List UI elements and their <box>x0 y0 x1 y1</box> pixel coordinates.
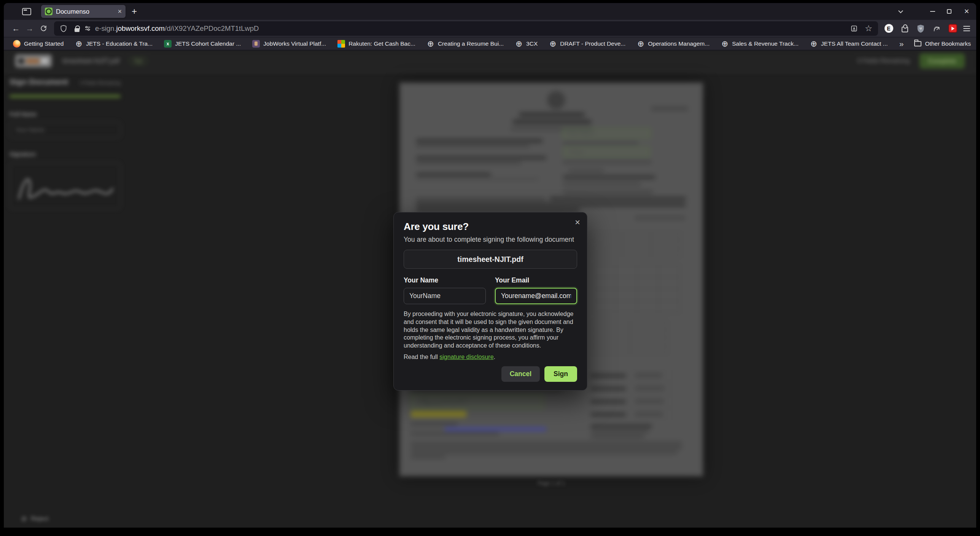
window-maximize-button[interactable] <box>943 3 956 20</box>
window-minimize-button[interactable] <box>926 3 939 20</box>
bookmarks-list: Getting Started JETS - Education & Tra..… <box>13 40 899 48</box>
dialog-close-icon[interactable]: × <box>575 218 580 227</box>
firefox-view-icon[interactable] <box>22 8 31 15</box>
window-close-button[interactable]: × <box>960 3 973 20</box>
bookmark-item-0[interactable]: Getting Started <box>13 40 64 48</box>
documenso-favicon-icon <box>45 8 52 15</box>
bookmark-item-7[interactable]: DRAFT - Product Deve... <box>549 40 625 48</box>
network-arrows-icon[interactable] <box>930 22 943 35</box>
app-menu-icon[interactable] <box>963 26 970 31</box>
browser-titlebar: Documenso × + × <box>4 3 976 20</box>
email-input[interactable] <box>495 288 577 304</box>
forward-button[interactable]: → <box>23 22 37 35</box>
sign-confirmation-dialog: × Are you sure? You are about to complet… <box>393 212 587 391</box>
signature-disclaimer-text: By proceeding with your electronic signa… <box>404 310 577 350</box>
bookmark-item-8[interactable]: Operations Managem... <box>637 40 710 48</box>
signature-disclosure-link[interactable]: signature disclosure <box>439 354 493 360</box>
bookmark-item-4[interactable]: Rakuten: Get Cash Bac... <box>337 40 415 48</box>
tab-close-icon[interactable]: × <box>118 8 122 15</box>
svg-text:U: U <box>920 27 921 30</box>
bookmark-favicon-icon <box>637 40 644 48</box>
bookmark-favicon-icon <box>164 40 172 48</box>
extensions-toolbar: E U <box>882 22 959 35</box>
bookmarks-overflow-icon[interactable]: » <box>899 39 904 48</box>
bookmark-favicon-icon <box>721 40 729 48</box>
bookmark-item-9[interactable]: Sales & Revenue Track... <box>721 40 799 48</box>
cancel-button[interactable]: Cancel <box>501 366 540 382</box>
save-to-pocket-icon[interactable] <box>848 23 860 34</box>
tracking-shield-icon[interactable] <box>58 23 69 34</box>
bookmark-item-3[interactable]: JobWorks Virtual Platf... <box>252 40 326 48</box>
bookmark-favicon-icon <box>810 40 818 48</box>
https-lock-icon[interactable] <box>75 28 80 32</box>
bookmark-item-6[interactable]: 3CX <box>515 40 538 48</box>
other-bookmarks-button[interactable]: Other Bookmarks <box>925 40 971 47</box>
name-field-label: Your Name <box>404 276 486 284</box>
url-text: e-sign.jobworksvf.com/d/iX92YAZePDoc2MT1… <box>95 24 259 33</box>
bookmark-item-1[interactable]: JETS - Education & Tra... <box>75 40 153 48</box>
dialog-subtitle: You are about to complete signing the fo… <box>404 236 577 244</box>
site-permissions-icon[interactable] <box>84 25 91 32</box>
bookmark-favicon-icon <box>515 40 523 48</box>
extensions-puzzle-icon[interactable] <box>898 22 912 35</box>
sign-button[interactable]: Sign <box>544 366 577 382</box>
extension-e-icon[interactable]: E <box>882 22 896 35</box>
new-tab-button[interactable]: + <box>132 6 137 17</box>
browser-window: Documenso × + × ← → e-sign.jobworksvf.co… <box>4 3 976 528</box>
bookmark-favicon-icon <box>337 40 345 48</box>
bookmark-favicon-icon <box>13 40 21 48</box>
name-input[interactable] <box>404 288 486 304</box>
reload-button[interactable] <box>37 22 50 35</box>
shield-extension-icon[interactable]: U <box>914 22 928 35</box>
video-blocker-icon[interactable] <box>946 22 959 35</box>
bookmark-item-2[interactable]: JETS Cohort Calendar ... <box>164 40 241 48</box>
page-content: timesheet-NJIT.pdf Sign 0 Fields Remaini… <box>4 51 976 528</box>
dialog-title: Are you sure? <box>404 221 577 233</box>
folder-icon <box>914 41 921 46</box>
bookmark-star-icon[interactable]: ☆ <box>863 23 874 34</box>
bookmarks-toolbar: Getting Started JETS - Education & Tra..… <box>4 37 976 50</box>
tab-title: Documenso <box>56 8 114 15</box>
browser-tab-documenso[interactable]: Documenso × <box>41 5 126 18</box>
bookmark-favicon-icon <box>549 40 557 48</box>
bookmark-item-5[interactable]: Creating a Resume Bui... <box>427 40 504 48</box>
disclosure-line: Read the full signature disclosure. <box>404 354 577 361</box>
back-button[interactable]: ← <box>9 22 23 35</box>
browser-navbar: ← → e-sign.jobworksvf.com/d/iX92YAZePDoc… <box>4 20 976 37</box>
email-field-label: Your Email <box>495 276 577 284</box>
bookmark-favicon-icon <box>427 40 434 48</box>
bookmark-favicon-icon <box>252 40 260 48</box>
document-name-box: timesheet-NJIT.pdf <box>404 250 577 269</box>
bookmark-item-10[interactable]: JETS All Team Contact ... <box>810 40 888 48</box>
url-bar[interactable]: e-sign.jobworksvf.com/d/iX92YAZePDoc2MT1… <box>54 21 878 36</box>
bookmark-favicon-icon <box>75 40 83 48</box>
tab-list-dropdown-icon[interactable] <box>894 3 907 20</box>
